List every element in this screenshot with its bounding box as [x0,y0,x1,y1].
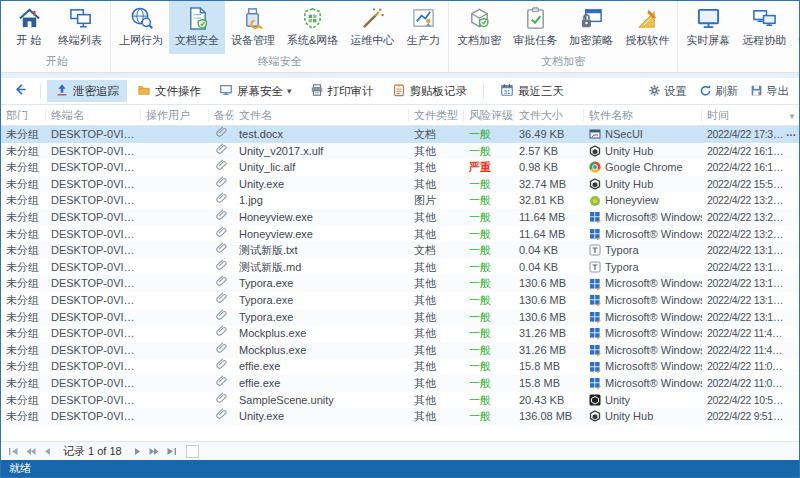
ribbon-item-remote-assist[interactable]: 远程协助 [736,1,792,54]
ribbon-item-encrypt-policy[interactable]: 加密策略 [563,1,619,54]
ribbon-item-home[interactable]: 开 始 [6,1,52,54]
table-row[interactable]: 未分组 DESKTOP-0VIDMDJ 1.jpg 图片 一般 32.81 KB… [1,192,799,209]
table-row[interactable]: 未分组 DESKTOP-0VIDMDJ Mockplus.exe 其他 一般 3… [1,325,799,342]
cell-backup [209,209,234,226]
ribbon-item-terminal-list[interactable]: 终端列表 [52,1,108,54]
column-header-filetype[interactable]: 文件类型 [409,109,464,122]
table-row[interactable]: 未分组 DESKTOP-0VIDMDJ Typora.exe 其他 一般 130… [1,292,799,309]
table-row[interactable]: 未分组 DESKTOP-0VIDMDJ effie.exe 其他 一般 15.8… [1,358,799,375]
table-row[interactable]: 未分组 DESKTOP-0VIDMDJ SampleScene.unity 其他… [1,392,799,409]
cell-terminal: DESKTOP-0VIDMDJ [46,408,141,425]
unityhub-icon [589,410,601,422]
cell-filename: Honeyview.exe [234,209,409,226]
typora-icon [589,261,601,273]
cell-department: 未分组 [1,143,46,160]
toolbar-item-print-audit[interactable]: 打印审计 [302,80,382,102]
paperclip-icon [216,143,228,160]
ribbon-item-doc-encrypt[interactable]: 文档加密 [451,1,507,54]
cell-time: 2022/4/22 13:19:16 [702,259,799,276]
cell-backup [209,143,234,160]
cell-risk: 一般 [464,209,514,226]
toolbar-item-calendar[interactable]: 31 最近三天 [492,80,572,102]
column-header-department[interactable]: 部门 [1,109,46,122]
table-row[interactable]: 未分组 DESKTOP-0VIDMDJ Unity_v2017.x.ulf 其他… [1,143,799,160]
toolbar-item-screen-security[interactable]: 屏幕安全 ▾ [211,80,300,102]
file-ops-icon [137,83,151,99]
pager-previous-group-button[interactable] [23,445,37,457]
ribbon-item-sensitive-scan[interactable]: 敏感内容扫描 [792,1,800,54]
cell-terminal: DESKTOP-0VIDMDJ [46,392,141,409]
column-header-risk[interactable]: 风险评级 [464,109,514,122]
time-filter-icon[interactable]: ▼ [788,110,796,122]
table-row[interactable]: 未分组 DESKTOP-0VIDMDJ 测试新版.md 其他 一般 0.04 K… [1,259,799,276]
ribbon-item-approval-task[interactable]: 审批任务 [507,1,563,54]
pager-last-button[interactable] [165,445,179,457]
cell-time: 2022/4/22 16:16:25 [702,159,799,176]
cell-filename: Unity.exe [234,408,409,425]
cell-filename: Unity_v2017.x.ulf [234,143,409,160]
column-header-filename[interactable]: 文件名 [234,109,409,122]
cell-filetype: 其他 [409,358,464,375]
table-row[interactable]: 未分组 DESKTOP-0VIDMDJ Honeyview.exe 其他 一般 … [1,209,799,226]
toolbar-item-file-ops[interactable]: 文件操作 [129,80,209,102]
column-header-terminal[interactable]: 终端名 [46,109,141,122]
ribbon-item-system-network[interactable]: 系统&网络 [281,1,344,54]
pager-next-button[interactable] [131,445,145,457]
row-actions-button[interactable]: … [786,126,796,141]
cell-filetype: 文档 [409,242,464,259]
pager-next-group-button[interactable] [148,445,162,457]
table-row[interactable]: 未分组 DESKTOP-0VIDMDJ 测试新版.txt 文档 一般 0.04 … [1,242,799,259]
cell-filesize: 130.6 MB [514,309,584,326]
table-row[interactable]: 未分组 DESKTOP-0VIDMDJ Unity.exe 其他 一般 136.… [1,408,799,425]
column-header-software[interactable]: 软件名称 [584,109,702,122]
column-header-user[interactable]: 操作用户 [141,109,209,122]
cell-backup [209,226,234,243]
pager-box[interactable] [186,445,199,458]
paperclip-icon [216,226,228,243]
typora-icon [589,244,601,256]
cell-risk: 一般 [464,325,514,342]
table-row[interactable]: 未分组 DESKTOP-0VIDMDJ Honeyview.exe 其他 一般 … [1,226,799,243]
ribbon-item-doc-security[interactable]: 文档安全 [169,1,225,54]
ribbon-item-licensed-software[interactable]: 授权软件 [619,1,675,54]
toolbar-item-leak-trace[interactable]: 泄密追踪 [47,80,127,102]
chevron-down-icon: ▾ [287,86,292,96]
ribbon-item-live-screen[interactable]: 实时屏幕 [680,1,736,54]
table-row[interactable]: 未分组 DESKTOP-0VIDMDJ Unity_lic.alf 其他 严重 … [1,159,799,176]
table-row[interactable]: 未分组 DESKTOP-0VIDMDJ Unity.exe 其他 一般 32.7… [1,176,799,193]
cell-filetype: 其他 [409,226,464,243]
cell-risk: 一般 [464,292,514,309]
settings-button[interactable]: 设置 [648,84,687,99]
toolbar-item-clipboard-record[interactable]: 剪贴板记录 [384,80,476,102]
ribbon-item-ops-center[interactable]: 运维中心 [344,1,400,54]
windows-icon [589,344,601,356]
pager-first-button[interactable] [6,445,20,457]
ribbon-item-productivity[interactable]: 生产力 [400,1,446,54]
paperclip-icon [216,176,228,193]
data-grid: 部门 终端名 操作用户 备份 文件名 文件类型 风险评级 文件大小 软件名称 时… [1,105,799,441]
column-header-filesize[interactable]: 文件大小 [514,109,584,122]
ribbon-item-device-manage[interactable]: 设备管理 [225,1,281,54]
ribbon-item-web-behavior[interactable]: 上网行为 [113,1,169,54]
back-button[interactable] [7,82,34,100]
cell-filename: Typora.exe [234,275,409,292]
cell-department: 未分组 [1,176,46,193]
cell-department: 未分组 [1,325,46,342]
cell-backup [209,242,234,259]
table-row[interactable]: 未分组 DESKTOP-0VIDMDJ Typora.exe 其他 一般 130… [1,275,799,292]
export-button[interactable]: 导出 [750,84,789,99]
windows-icon [589,211,601,223]
table-row[interactable]: 未分组 DESKTOP-0VIDMDJ Typora.exe 其他 一般 130… [1,309,799,326]
table-row[interactable]: 未分组 DESKTOP-0VIDMDJ test.docx 文档 一般 36.4… [1,126,799,143]
paperclip-icon [216,292,228,309]
table-row[interactable]: 未分组 DESKTOP-0VIDMDJ effie.exe 其他 一般 15.8… [1,375,799,392]
ribbon-group-label: 工具 [680,54,800,72]
column-header-backup[interactable]: 备份 [209,109,234,122]
refresh-button[interactable]: 刷新 [699,84,738,99]
cell-filesize: 2.57 KB [514,143,584,160]
table-row[interactable]: 未分组 DESKTOP-0VIDMDJ Mockplus.exe 其他 一般 3… [1,342,799,359]
pager-previous-button[interactable] [40,445,54,457]
column-header-time[interactable]: 时间▼ [702,109,799,122]
chrome-icon [589,161,601,173]
cell-software: Microsoft® Windows® Oper... [584,375,702,392]
